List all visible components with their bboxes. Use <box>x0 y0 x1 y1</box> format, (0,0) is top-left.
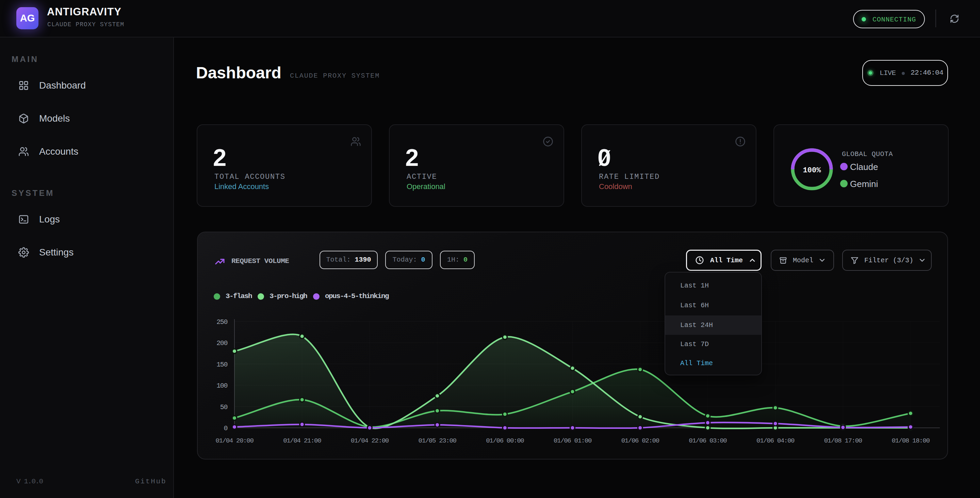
svg-text:01/05 23:00: 01/05 23:00 <box>418 437 457 445</box>
svg-text:100: 100 <box>216 382 227 389</box>
svg-text:01/04 22:00: 01/04 22:00 <box>351 437 389 445</box>
svg-text:01/04 20:00: 01/04 20:00 <box>215 437 253 445</box>
svg-text:150: 150 <box>216 361 227 369</box>
svg-text:01/08 17:00: 01/08 17:00 <box>824 437 862 445</box>
svg-text:01/04 21:00: 01/04 21:00 <box>283 437 321 445</box>
svg-text:50: 50 <box>220 403 228 411</box>
svg-text:01/06 03:00: 01/06 03:00 <box>689 437 727 445</box>
svg-text:250: 250 <box>216 318 227 326</box>
svg-text:01/06 02:00: 01/06 02:00 <box>621 437 659 445</box>
svg-text:100%: 100% <box>803 166 821 175</box>
svg-text:01/06 01:00: 01/06 01:00 <box>554 437 592 445</box>
svg-text:01/08 18:00: 01/08 18:00 <box>891 437 930 445</box>
svg-text:0: 0 <box>224 425 227 432</box>
svg-text:01/06 04:00: 01/06 04:00 <box>756 437 795 445</box>
svg-text:200: 200 <box>216 339 227 347</box>
svg-text:01/06 00:00: 01/06 00:00 <box>486 437 524 445</box>
